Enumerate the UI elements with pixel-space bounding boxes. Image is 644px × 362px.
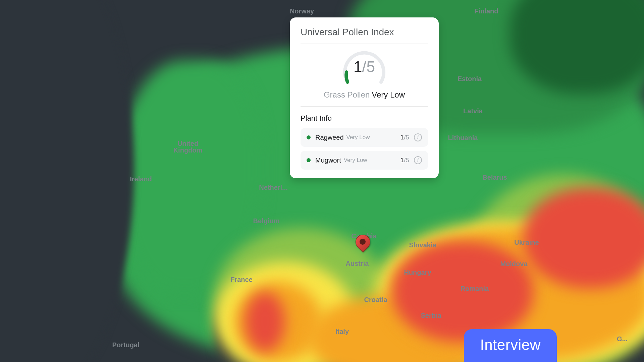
plant-row[interactable]: MugwortVery Low1/5i — [301, 151, 428, 170]
gauge-value: 1 — [354, 58, 362, 75]
plant-score: 1/5 — [400, 134, 409, 141]
info-icon[interactable]: i — [414, 156, 422, 164]
plant-row[interactable]: RagweedVery Low1/5i — [301, 128, 428, 147]
country-label: UnitedKingdom — [173, 140, 203, 154]
main-pollen-label: Grass PollenVery Low — [301, 90, 428, 100]
interview-button[interactable]: Interview — [464, 329, 557, 362]
country-label: G... — [617, 335, 628, 343]
plant-level: Very Low — [346, 134, 370, 141]
pollen-gauge: 1/5 — [339, 51, 389, 88]
country-label: Italy — [335, 328, 349, 336]
plant-name: Mugwort — [315, 157, 341, 164]
map-pin[interactable] — [356, 235, 370, 249]
country-label: Lithuania — [448, 134, 478, 142]
country-label: Latvia — [463, 107, 483, 115]
level-dot — [307, 135, 311, 139]
card-title: Universal Pollen Index — [301, 27, 428, 38]
country-label: Slovakia — [409, 241, 436, 249]
plant-name: Ragweed — [315, 134, 344, 141]
country-label: Moldova — [500, 260, 527, 268]
country-label: Austria — [346, 260, 369, 267]
country-label: Ukraine — [514, 239, 539, 246]
plant-info-heading: Plant Info — [301, 114, 428, 123]
country-label: France — [230, 276, 253, 284]
country-label: Serbia — [421, 312, 441, 319]
country-label: Romania — [461, 285, 489, 293]
gauge-max: /5 — [362, 58, 375, 75]
divider — [301, 44, 428, 44]
country-label: Estonia — [458, 75, 482, 83]
country-label: Croatia — [364, 296, 387, 304]
country-label: Belarus — [482, 174, 507, 181]
level-dot — [307, 158, 311, 162]
pollen-index-card: Universal Pollen Index 1/5 Grass PollenV… — [290, 17, 439, 178]
divider — [301, 106, 428, 107]
country-label: Finland — [474, 7, 498, 15]
country-label: Hungary — [404, 269, 431, 277]
info-icon[interactable]: i — [414, 133, 422, 141]
plant-level: Very Low — [344, 157, 367, 164]
country-label: Norway — [290, 7, 314, 15]
plant-score: 1/5 — [400, 157, 409, 164]
country-label: Portugal — [112, 341, 139, 349]
country-label: Belgium — [253, 217, 280, 225]
country-label: Ireland — [130, 175, 152, 183]
country-label: Netherl... — [259, 184, 288, 191]
